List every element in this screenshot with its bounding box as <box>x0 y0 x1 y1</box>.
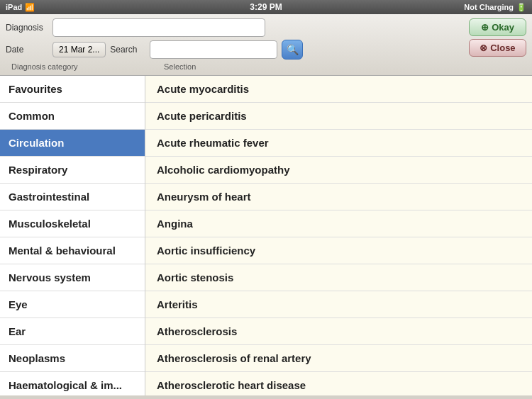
list-item[interactable]: Acute pericarditis <box>145 103 532 130</box>
list-item[interactable]: Atherosclerotic heart disease <box>145 372 532 395</box>
list-item[interactable]: Acute myocarditis <box>145 76 532 103</box>
sidebar-item-favourites[interactable]: Favourites <box>0 76 145 103</box>
search-icon: 🔍 <box>287 44 299 55</box>
list-item[interactable]: Angina <box>145 210 532 237</box>
action-buttons: ⊕ Okay ⊗ Close <box>469 18 526 57</box>
close-button[interactable]: ⊗ Close <box>469 39 526 57</box>
sidebar: FavouritesCommonCirculationRespiratoryGa… <box>0 76 145 395</box>
sidebar-item-ear[interactable]: Ear <box>0 318 145 345</box>
toolbar: Diagnosis Date 21 Mar 2... Search 🔍 ⊕ Ok… <box>0 14 532 76</box>
main-content: FavouritesCommonCirculationRespiratoryGa… <box>0 76 532 395</box>
device-name: iPad <box>6 3 22 11</box>
status-right: Not Charging 🔋 <box>464 3 526 12</box>
sidebar-item-musculoskeletal[interactable]: Musculoskeletal <box>0 210 145 237</box>
list-item[interactable]: Aortic insufficiency <box>145 237 532 264</box>
search-input[interactable] <box>150 40 277 59</box>
battery-icon: 🔋 <box>516 3 526 12</box>
search-label: Search <box>110 45 145 55</box>
list-item[interactable]: Atherosclerosis of renal artery <box>145 345 532 372</box>
sidebar-item-circulation[interactable]: Circulation <box>0 130 145 157</box>
selection-column-label: Selection <box>164 62 196 71</box>
list-item[interactable]: Aortic stenosis <box>145 264 532 291</box>
status-left: iPad 📶 <box>6 3 35 12</box>
diagnosis-label: Diagnosis <box>6 23 48 33</box>
search-button[interactable]: 🔍 <box>282 40 303 60</box>
sidebar-item-mental[interactable]: Mental & behavioural <box>0 237 145 264</box>
sidebar-item-neoplasms[interactable]: Neoplasms <box>0 345 145 372</box>
status-bar: iPad 📶 3:29 PM Not Charging 🔋 <box>0 0 532 14</box>
list-item[interactable]: Aneurysm of heart <box>145 184 532 210</box>
close-icon: ⊗ <box>480 43 487 53</box>
battery-status: Not Charging <box>464 3 514 11</box>
sidebar-item-gastrointestinal[interactable]: Gastrointestinal <box>0 184 145 210</box>
okay-icon: ⊕ <box>481 22 489 33</box>
date-label: Date <box>6 45 48 55</box>
category-column-label: Diagnosis category <box>11 62 157 71</box>
sidebar-item-respiratory[interactable]: Respiratory <box>0 157 145 184</box>
sidebar-item-common[interactable]: Common <box>0 103 145 130</box>
sidebar-item-nervous[interactable]: Nervous system <box>0 264 145 291</box>
sidebar-item-eye[interactable]: Eye <box>0 291 145 318</box>
wifi-icon: 📶 <box>25 3 35 12</box>
column-labels: Diagnosis category Selection <box>6 62 526 71</box>
list-item[interactable]: Atherosclerosis <box>145 318 532 345</box>
diagnosis-input[interactable] <box>52 18 265 37</box>
date-button[interactable]: 21 Mar 2... <box>52 42 106 57</box>
status-time: 3:29 PM <box>250 2 282 12</box>
okay-button[interactable]: ⊕ Okay <box>469 18 526 36</box>
sidebar-item-haematological[interactable]: Haematological & im... <box>0 372 145 395</box>
diagnosis-list: Acute myocarditisAcute pericarditisAcute… <box>145 76 532 395</box>
list-item[interactable]: Alcoholic cardiomyopathy <box>145 157 532 184</box>
list-item[interactable]: Acute rheumatic fever <box>145 130 532 157</box>
list-item[interactable]: Arteritis <box>145 291 532 318</box>
